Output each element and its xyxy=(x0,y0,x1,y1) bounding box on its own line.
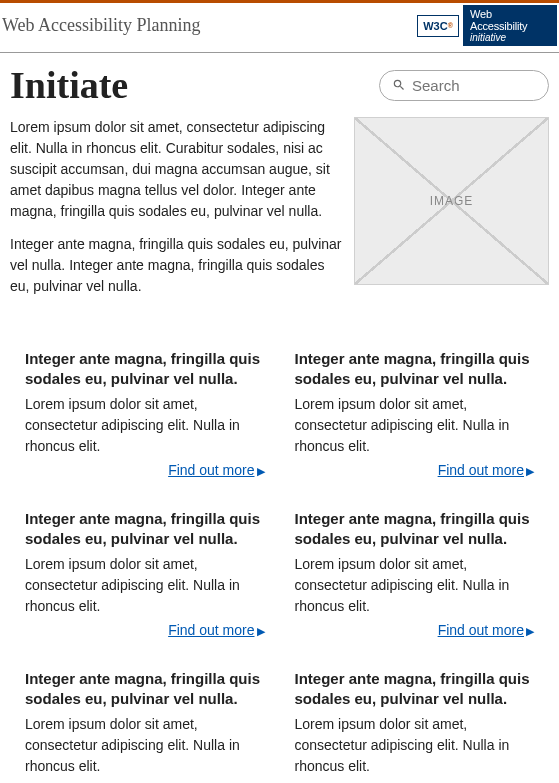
card: Integer ante magna, fringilla quis sodal… xyxy=(295,349,535,479)
card: Integer ante magna, fringilla quis sodal… xyxy=(25,349,265,479)
card-title: Integer ante magna, fringilla quis sodal… xyxy=(295,669,535,708)
caret-right-icon: ▶ xyxy=(257,625,265,637)
find-out-more-link[interactable]: Find out more xyxy=(168,622,254,638)
intro-paragraph-1: Lorem ipsum dolor sit amet, consectetur … xyxy=(10,117,342,222)
find-out-more-link[interactable]: Find out more xyxy=(168,462,254,478)
intro-section: Lorem ipsum dolor sit amet, consectetur … xyxy=(0,117,559,309)
page-title: Initiate xyxy=(10,63,128,107)
w3c-logo-text-c: C xyxy=(440,20,448,32)
wai-logo[interactable]: Web Accessibility initiative xyxy=(463,5,557,46)
caret-right-icon: ▶ xyxy=(526,625,534,637)
card-body: Lorem ipsum dolor sit amet, consectetur … xyxy=(295,554,535,617)
card-title: Integer ante magna, fringilla quis sodal… xyxy=(25,349,265,388)
search-icon xyxy=(392,78,406,92)
card-link-row: Find out more▶ xyxy=(25,621,265,639)
card: Integer ante magna, fringilla quis sodal… xyxy=(25,509,265,639)
card-grid: Integer ante magna, fringilla quis sodal… xyxy=(0,309,559,783)
card-link-row: Find out more▶ xyxy=(295,461,535,479)
image-placeholder-label: IMAGE xyxy=(430,194,474,208)
intro-text: Lorem ipsum dolor sit amet, consectetur … xyxy=(10,117,342,309)
find-out-more-link[interactable]: Find out more xyxy=(438,622,524,638)
site-title: Web Accessibility Planning xyxy=(2,15,201,36)
image-placeholder: IMAGE xyxy=(354,117,549,285)
card-body: Lorem ipsum dolor sit amet, consectetur … xyxy=(295,394,535,457)
card-link-row: Find out more▶ xyxy=(295,621,535,639)
search-box[interactable] xyxy=(379,70,549,101)
card: Integer ante magna, fringilla quis sodal… xyxy=(295,509,535,639)
card-title: Integer ante magna, fringilla quis sodal… xyxy=(25,669,265,708)
card-title: Integer ante magna, fringilla quis sodal… xyxy=(25,509,265,548)
card: Integer ante magna, fringilla quis sodal… xyxy=(295,669,535,781)
find-out-more-link[interactable]: Find out more xyxy=(438,462,524,478)
wai-logo-line2: initiative xyxy=(470,32,550,43)
card-title: Integer ante magna, fringilla quis sodal… xyxy=(295,349,535,388)
card-body: Lorem ipsum dolor sit amet, consectetur … xyxy=(295,714,535,777)
wai-logo-line1: Web Accessibility xyxy=(470,8,550,32)
caret-right-icon: ▶ xyxy=(257,465,265,477)
caret-right-icon: ▶ xyxy=(526,465,534,477)
card-body: Lorem ipsum dolor sit amet, consectetur … xyxy=(25,554,265,617)
title-row: Initiate xyxy=(0,53,559,117)
search-input[interactable] xyxy=(412,77,536,94)
card-link-row: Find out more▶ xyxy=(25,461,265,479)
header-logos: W3C® Web Accessibility initiative xyxy=(417,5,557,46)
card-title: Integer ante magna, fringilla quis sodal… xyxy=(295,509,535,548)
header: Web Accessibility Planning W3C® Web Acce… xyxy=(0,3,559,53)
card-body: Lorem ipsum dolor sit amet, consectetur … xyxy=(25,394,265,457)
card: Integer ante magna, fringilla quis sodal… xyxy=(25,669,265,781)
intro-paragraph-2: Integer ante magna, fringilla quis sodal… xyxy=(10,234,342,297)
w3c-logo[interactable]: W3C® xyxy=(417,15,459,37)
w3c-logo-text-w: W3 xyxy=(423,20,440,32)
card-body: Lorem ipsum dolor sit amet, consectetur … xyxy=(25,714,265,777)
